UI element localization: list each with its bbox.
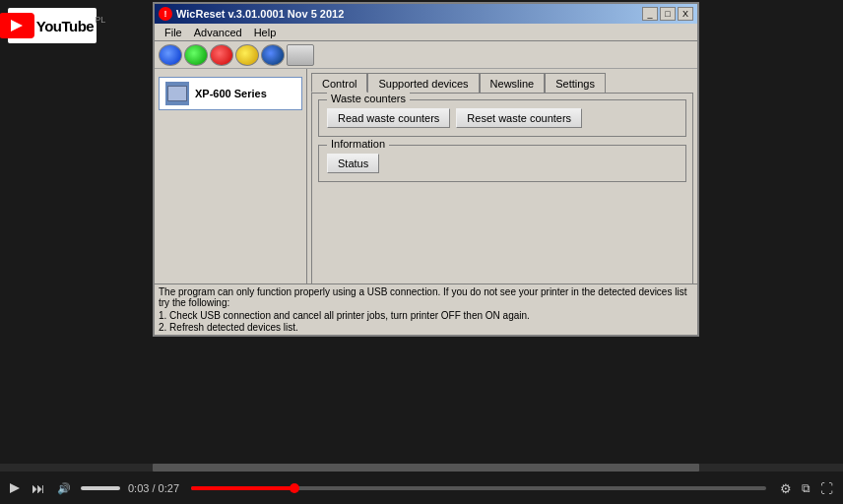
yt-pl-badge: PL: [95, 15, 105, 25]
volume-button[interactable]: 🔊: [55, 480, 73, 497]
reset-waste-counters-button[interactable]: Reset waste counters: [456, 108, 582, 128]
device-item[interactable]: XP-600 Series: [159, 77, 302, 110]
time-display: 0:03 / 0:27: [128, 482, 179, 494]
fullscreen-button[interactable]: ⛶: [818, 479, 835, 498]
tab-settings[interactable]: Settings: [545, 73, 606, 93]
close-button[interactable]: X: [678, 7, 693, 21]
scrollbar-area: [0, 464, 843, 472]
wic-app-icon: !: [159, 7, 172, 21]
toolbar-btn-yellow[interactable]: [235, 44, 259, 66]
device-label: XP-600 Series: [195, 88, 267, 99]
toolbar-btn-red[interactable]: [210, 44, 233, 66]
toolbar-btn-green[interactable]: [184, 44, 208, 66]
progress-bar[interactable]: [191, 486, 766, 490]
wic-left-panel: XP-600 Series: [155, 69, 307, 313]
status-button[interactable]: Status: [327, 154, 379, 173]
yt-logo-text: YouTube: [36, 19, 94, 33]
wic-right-panel: Control Supported devices Newsline Setti…: [307, 69, 697, 313]
volume-icon: 🔊: [57, 482, 71, 495]
video-bottom-bar: ⏭ 🔊 0:03 / 0:27 ⚙ ⧉ ⛶: [0, 472, 843, 504]
tab-newsline[interactable]: Newsline: [480, 73, 546, 93]
toolbar-btn-gray[interactable]: [287, 44, 314, 66]
information-content: Status: [327, 150, 678, 173]
yt-play-icon: [11, 20, 23, 32]
wic-menubar: File Advanced Help: [155, 24, 697, 41]
read-waste-counters-button[interactable]: Read waste counters: [327, 108, 450, 128]
tab-control[interactable]: Control: [311, 73, 367, 93]
status-line-2: 1. Check USB connection and cancel all p…: [159, 310, 693, 321]
menu-file[interactable]: File: [159, 24, 188, 41]
scrollbar-thumb[interactable]: [153, 464, 699, 472]
right-controls: ⚙ ⧉ ⛶: [778, 479, 835, 498]
volume-bar[interactable]: [81, 486, 120, 490]
wic-title: WicReset v.3.01.0001 Nov 5 2012: [176, 8, 344, 20]
youtube-icon: [0, 13, 34, 38]
toolbar-btn-dark-blue[interactable]: [261, 44, 285, 66]
menu-advanced[interactable]: Advanced: [188, 24, 248, 41]
settings-button[interactable]: ⚙: [778, 479, 794, 498]
tab-bar: Control Supported devices Newsline Setti…: [311, 73, 693, 93]
wic-title-buttons: _ □ X: [642, 7, 693, 21]
information-group: Information Status: [318, 145, 686, 182]
waste-counters-buttons: Read waste counters Reset waste counters: [327, 108, 678, 128]
tab-supported-devices[interactable]: Supported devices: [367, 73, 479, 93]
wic-content: XP-600 Series Control Supported devices …: [155, 69, 697, 313]
wic-toolbar: [155, 41, 697, 69]
youtube-logo: YouTube PL: [8, 8, 97, 43]
progress-knob[interactable]: [290, 483, 299, 493]
status-line-3: 2. Refresh detected devices list.: [159, 322, 693, 333]
total-time: 0:27: [159, 482, 179, 494]
current-time: 0:03: [128, 482, 149, 494]
miniplayer-button[interactable]: ⧉: [800, 479, 812, 497]
video-area: YouTube PL ! WicReset v.3.01.0001 Nov 5 …: [0, 0, 843, 472]
wic-titlebar: ! WicReset v.3.01.0001 Nov 5 2012 _ □ X: [155, 4, 697, 24]
printer-icon: [167, 86, 187, 101]
wic-statusbar: The program can only function properly u…: [155, 284, 697, 335]
waste-counters-group: Waste counters Read waste counters Reset…: [318, 99, 686, 137]
device-icon: [165, 82, 189, 105]
skip-button[interactable]: ⏭: [30, 478, 47, 498]
menu-help[interactable]: Help: [248, 24, 283, 41]
status-line-1: The program can only function properly u…: [159, 286, 693, 308]
play-button[interactable]: [8, 481, 22, 495]
information-label: Information: [327, 138, 389, 150]
play-icon: [10, 483, 20, 493]
tab-content: Waste counters Read waste counters Reset…: [311, 93, 693, 309]
wic-window: ! WicReset v.3.01.0001 Nov 5 2012 _ □ X …: [153, 2, 699, 337]
minimize-button[interactable]: _: [642, 7, 658, 21]
waste-counters-label: Waste counters: [327, 93, 410, 104]
skip-icon: ⏭: [32, 480, 45, 496]
toolbar-btn-blue[interactable]: [159, 44, 182, 66]
maximize-button[interactable]: □: [660, 7, 676, 21]
progress-fill: [191, 486, 294, 490]
